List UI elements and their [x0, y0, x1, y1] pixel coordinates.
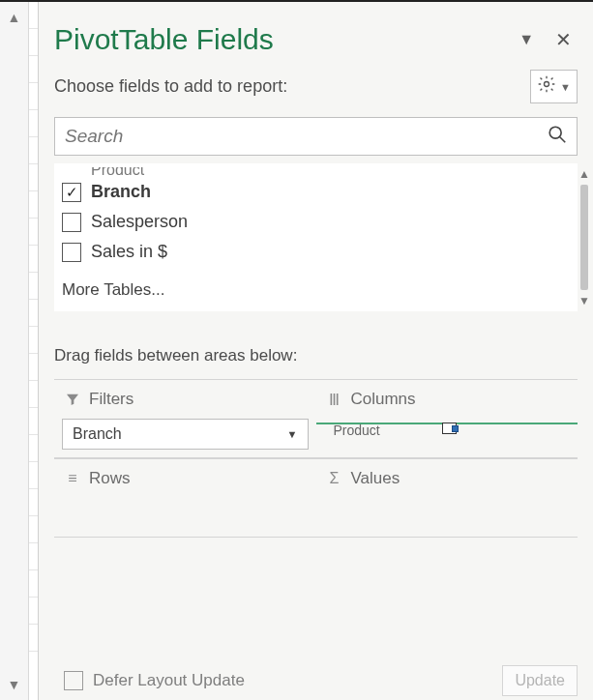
worksheet-vertical-scrollbar[interactable]: ▲ ▼ — [0, 2, 29, 700]
svg-point-1 — [549, 127, 561, 138]
choose-fields-label: Choose fields to add to report: — [54, 76, 530, 97]
field-list: Product ✓ Branch Salesperson Sales in $ … — [54, 163, 578, 311]
field-row-sales-in-dollars[interactable]: Sales in $ — [62, 237, 570, 267]
defer-layout-label: Defer Layout Update — [93, 671, 245, 690]
worksheet-grid-edge — [29, 2, 39, 700]
scroll-down-arrow-icon[interactable]: ▼ — [578, 294, 590, 307]
pane-options-dropdown-icon[interactable]: ▼ — [513, 27, 540, 52]
columns-area-title: Columns — [351, 390, 416, 409]
scroll-up-arrow-icon[interactable]: ▲ — [8, 10, 21, 25]
values-area-title: Values — [351, 469, 400, 488]
field-list-scrollbar[interactable]: ▲ ▼ — [579, 167, 589, 307]
drag-cursor-icon — [442, 421, 460, 434]
field-row-salesperson[interactable]: Salesperson — [62, 207, 570, 237]
checkbox-unchecked-icon[interactable] — [62, 213, 81, 232]
field-label: Salesperson — [91, 212, 188, 232]
filters-area[interactable]: Filters Branch ▼ — [54, 379, 316, 458]
tools-dropdown-button[interactable]: ▼ — [530, 70, 578, 103]
close-icon[interactable]: ✕ — [549, 24, 578, 55]
scroll-down-arrow-icon[interactable]: ▼ — [8, 677, 21, 692]
sigma-icon: Σ — [326, 470, 343, 487]
scrollbar-thumb[interactable] — [580, 185, 588, 290]
svg-line-2 — [560, 137, 566, 143]
defer-layout-checkbox[interactable] — [64, 671, 83, 690]
scroll-up-arrow-icon[interactable]: ▲ — [578, 167, 590, 181]
caret-down-icon: ▼ — [560, 81, 571, 93]
rows-icon: ≡ — [64, 470, 81, 487]
values-area[interactable]: Σ Values — [316, 458, 578, 538]
checkbox-unchecked-icon[interactable] — [62, 243, 81, 262]
caret-down-icon: ▼ — [287, 428, 298, 440]
checkbox-checked-icon[interactable]: ✓ — [62, 183, 81, 202]
update-button: Update — [502, 665, 578, 696]
field-label: Sales in $ — [91, 242, 167, 262]
gear-icon — [537, 74, 556, 99]
columns-icon: Ⅲ — [326, 391, 343, 409]
pivottable-fields-pane: PivotTable Fields ▼ ✕ Choose fields to a… — [39, 2, 593, 700]
field-row-branch[interactable]: ✓ Branch — [62, 177, 570, 207]
rows-area-title: Rows — [89, 469, 131, 488]
more-tables-link[interactable]: More Tables... — [62, 267, 570, 300]
rows-area[interactable]: ≡ Rows — [54, 458, 316, 538]
field-label: Branch — [91, 182, 151, 202]
search-input[interactable] — [54, 117, 578, 156]
filters-item-branch[interactable]: Branch ▼ — [62, 419, 309, 450]
filters-area-title: Filters — [89, 390, 133, 409]
columns-area[interactable]: Ⅲ Columns Product — [316, 379, 578, 458]
drag-fields-label: Drag fields between areas below: — [54, 311, 578, 379]
svg-point-0 — [545, 82, 549, 87]
filter-icon — [64, 392, 81, 407]
partial-field-above[interactable]: Product — [91, 167, 570, 177]
search-icon — [547, 124, 568, 149]
pane-title: PivotTable Fields — [54, 23, 503, 56]
area-item-label: Branch — [73, 425, 122, 443]
